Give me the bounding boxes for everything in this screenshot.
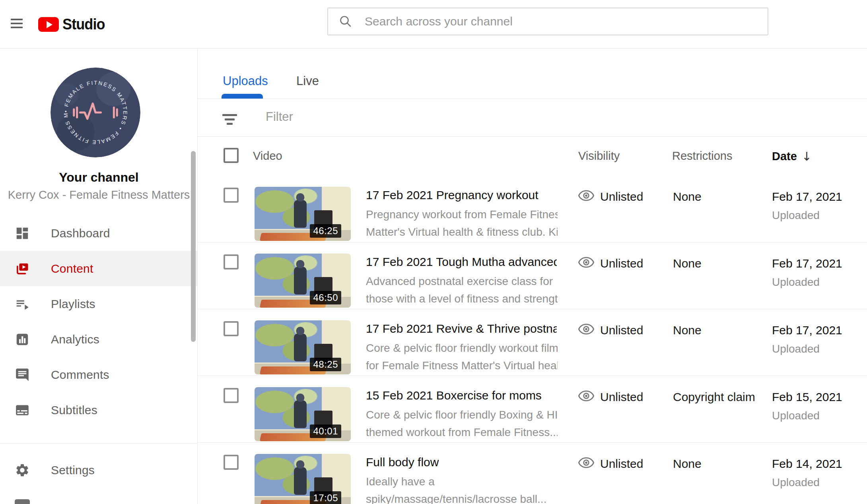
video-title[interactable]: Full body flow (366, 456, 557, 469)
sidebar-item-subtitles[interactable]: Subtitles (0, 392, 197, 428)
restrictions-value: None (673, 324, 702, 337)
sidebar-item-label: Dashboard (51, 227, 110, 240)
thumbnail-person (294, 267, 306, 295)
thumbnail-map-wall (255, 320, 322, 362)
subtitles-icon (15, 403, 30, 418)
top-header: Studio (0, 0, 867, 48)
divider-under-filter (198, 136, 867, 137)
thumbnail-person (294, 400, 306, 428)
duration-badge: 46:25 (310, 224, 341, 238)
video-row[interactable]: 48:25 17 Feb 2021 Revive & Thrive postna… (198, 309, 867, 376)
hamburger-menu-icon[interactable] (11, 19, 23, 28)
sidebar-item-analytics[interactable]: Analytics (0, 322, 197, 357)
visibility-value[interactable]: Unlisted (600, 390, 643, 404)
column-header-video[interactable]: Video (253, 149, 282, 163)
visibility-value[interactable]: Unlisted (600, 190, 643, 204)
youtube-studio-logo[interactable]: Studio (38, 16, 107, 33)
sidebar-item-playlists[interactable]: Playlists (0, 286, 197, 322)
sidebar-item-label: Settings (51, 463, 95, 477)
filter-icon[interactable] (222, 113, 238, 127)
row-checkbox[interactable] (224, 455, 239, 470)
search-icon (338, 14, 353, 29)
sidebar-item-label: Analytics (51, 333, 99, 346)
youtube-logo-icon (38, 17, 59, 32)
eye-unlisted-icon (578, 257, 594, 268)
date-sub-label: Uploaded (772, 209, 820, 222)
video-title[interactable]: 17 Feb 2021 Revive & Thrive postnatal... (366, 322, 557, 335)
video-description: Core & pelvic floor friendly workout fil… (366, 339, 558, 374)
thumbnail-person (294, 467, 306, 495)
eye-unlisted-icon (578, 457, 594, 468)
thumbnail-map-wall (255, 254, 322, 296)
video-title[interactable]: 17 Feb 2021 Pregnancy workout (366, 188, 557, 202)
thumbnail-map-wall (255, 387, 322, 429)
restrictions-value[interactable]: Copyright claim (673, 390, 755, 404)
video-description: Pregnancy workout from Female Fitness Ma… (366, 206, 558, 241)
channel-name: Kerry Cox - Female Fitness Matters (0, 188, 198, 202)
row-checkbox[interactable] (224, 188, 239, 203)
sidebar-item-comments[interactable]: Comments (0, 357, 197, 392)
date-value: Feb 17, 2021 (772, 257, 842, 270)
sidebar-item-label: Subtitles (51, 403, 97, 417)
video-row[interactable]: 46:25 17 Feb 2021 Pregnancy workout Preg… (198, 176, 867, 242)
tab-live[interactable]: Live (296, 74, 319, 88)
video-title[interactable]: 17 Feb 2021 Tough Mutha advanced p... (366, 255, 557, 269)
date-value: Feb 17, 2021 (772, 324, 842, 337)
channel-search-bar[interactable] (327, 8, 768, 35)
restrictions-value: None (673, 190, 702, 204)
thumbnail-person (294, 333, 306, 362)
video-thumbnail[interactable]: 17:05 (255, 454, 351, 504)
thumbnail-map-wall (255, 454, 322, 496)
divider-under-tabs (198, 99, 867, 99)
video-description: Core & pelvic floor friendly Boxing & HI… (366, 406, 558, 441)
duration-badge: 48:25 (310, 358, 341, 371)
column-header-visibility[interactable]: Visibility (578, 149, 620, 163)
your-channel-title: Your channel (0, 170, 198, 185)
select-all-checkbox[interactable] (224, 148, 239, 163)
column-header-date[interactable]: Date ↓ (772, 149, 812, 163)
sidebar-item-content[interactable]: Content (0, 251, 197, 286)
search-input[interactable] (364, 14, 739, 29)
duration-badge: 17:05 (310, 491, 341, 504)
channel-avatar[interactable]: • FEMALE FITNESS MATTERS • FEMALE FITNES… (51, 68, 140, 157)
visibility-value[interactable]: Unlisted (600, 457, 643, 471)
send-feedback-icon[interactable] (15, 499, 30, 504)
date-value: Feb 17, 2021 (772, 190, 842, 204)
active-tab-underline (222, 94, 263, 99)
sort-descending-icon: ↓ (802, 149, 812, 163)
thumbnail-map-wall (255, 187, 322, 229)
video-row[interactable]: 17:05 Full body flow Ideally have a spik… (198, 443, 867, 504)
video-thumbnail[interactable]: 48:25 (255, 320, 351, 374)
video-title[interactable]: 15 Feb 2021 Boxercise for moms (366, 389, 557, 402)
restrictions-value: None (673, 257, 702, 270)
visibility-value[interactable]: Unlisted (600, 324, 643, 337)
tab-uploads[interactable]: Uploads (223, 74, 268, 88)
playlists-icon (15, 297, 30, 312)
thumbnail-person (294, 200, 306, 228)
sidebar-item-dashboard[interactable]: Dashboard (0, 215, 197, 251)
studio-wordmark: Studio (62, 16, 105, 33)
column-header-restrictions[interactable]: Restrictions (672, 149, 733, 163)
eye-unlisted-icon (578, 390, 594, 401)
youtube-studio-app: Studio • FEMALE FITNESS MATTERS • FEMAL (0, 0, 867, 504)
video-thumbnail[interactable]: 46:25 (255, 187, 351, 241)
sidebar-divider (0, 443, 197, 444)
video-thumbnail[interactable]: 46:50 (255, 254, 351, 308)
row-checkbox[interactable] (224, 254, 239, 269)
eye-unlisted-icon (578, 324, 594, 335)
sidebar-item-settings[interactable]: Settings (0, 452, 197, 488)
visibility-value[interactable]: Unlisted (600, 257, 643, 270)
sidebar-scrollbar[interactable] (191, 151, 196, 342)
row-checkbox[interactable] (224, 388, 239, 403)
row-checkbox[interactable] (224, 321, 239, 336)
video-description: Ideally have a spiky/massage/tennis/lacr… (366, 473, 558, 504)
date-value: Feb 14, 2021 (772, 457, 842, 471)
video-thumbnail[interactable]: 40:01 (255, 387, 351, 441)
date-sub-label: Uploaded (772, 276, 820, 289)
date-sub-label: Uploaded (772, 409, 820, 422)
video-row[interactable]: 46:50 17 Feb 2021 Tough Mutha advanced p… (198, 242, 867, 309)
video-row[interactable]: 40:01 15 Feb 2021 Boxercise for moms Cor… (198, 376, 867, 443)
dashboard-icon (15, 226, 30, 241)
filter-input[interactable] (265, 109, 505, 124)
video-description: Advanced postnatal exercise class for th… (366, 273, 558, 308)
